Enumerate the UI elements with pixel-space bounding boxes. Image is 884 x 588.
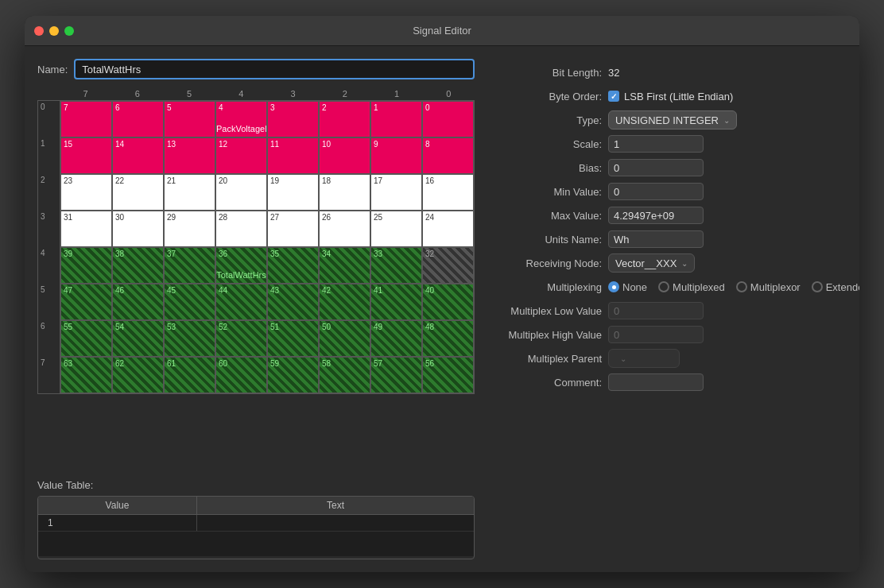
bit-cell[interactable]: 0 xyxy=(422,101,474,137)
units-input[interactable] xyxy=(608,230,704,248)
bit-cell[interactable]: 51 xyxy=(267,320,319,357)
radio-multiplexed[interactable]: Multiplexed xyxy=(658,281,725,293)
units-row: Units Name: xyxy=(490,230,859,249)
bias-input[interactable] xyxy=(608,159,704,176)
min-value-input[interactable] xyxy=(608,183,704,200)
bit-cell[interactable]: 23 xyxy=(60,174,112,211)
close-button[interactable] xyxy=(34,26,44,36)
maximize-button[interactable] xyxy=(64,26,74,36)
bit-cell[interactable]: 3 xyxy=(267,101,319,137)
bit-cell[interactable]: 35 xyxy=(267,247,319,284)
right-panel: Bit Length: 32 Byte Order: LSB First (Li… xyxy=(490,59,859,559)
bit-cell[interactable]: 1 xyxy=(370,101,422,137)
bit-cell[interactable]: 24 xyxy=(422,211,474,247)
bit-cell[interactable]: 2 xyxy=(319,101,370,137)
bit-cell[interactable]: 12 xyxy=(215,137,267,174)
bit-cell[interactable]: 60 xyxy=(215,357,267,393)
bit-cell[interactable]: 57 xyxy=(370,357,422,393)
vt-value-cell[interactable]: 1 xyxy=(38,515,197,531)
radio-multiplexor-circle[interactable] xyxy=(736,281,747,292)
scale-input[interactable] xyxy=(608,135,704,153)
radio-none[interactable]: None xyxy=(608,281,647,293)
bit-cell[interactable]: 44 xyxy=(215,284,267,320)
minimize-button[interactable] xyxy=(49,26,59,36)
byte-order-value: LSB First (Little Endian) xyxy=(624,91,733,103)
multiplex-high-row: Multiplex High Value xyxy=(490,325,859,344)
bit-cell[interactable]: 42 xyxy=(319,284,370,320)
bit-cell[interactable]: 40 xyxy=(422,284,474,320)
bit-cell[interactable]: 41 xyxy=(370,284,422,320)
bit-cell[interactable]: 4PackVoltageMax xyxy=(215,101,267,137)
bit-cell[interactable]: 59 xyxy=(267,357,319,393)
radio-extended-circle[interactable] xyxy=(812,281,823,292)
bit-cell[interactable]: 37 xyxy=(164,247,215,284)
radio-multiplexor[interactable]: Multiplexor xyxy=(736,281,801,293)
bit-cell[interactable]: 19 xyxy=(267,174,319,211)
units-label: Units Name: xyxy=(490,234,602,246)
bit-cell[interactable]: 36TotalWattHrs xyxy=(215,247,267,284)
vt-text-cell[interactable] xyxy=(197,515,474,531)
bit-cell[interactable]: 22 xyxy=(112,174,164,211)
bit-cell[interactable]: 46 xyxy=(112,284,164,320)
bit-cell[interactable]: 38 xyxy=(112,247,164,284)
bit-cell[interactable]: 31 xyxy=(60,211,112,247)
bit-cell[interactable]: 30 xyxy=(112,211,164,247)
bit-cell[interactable]: 54 xyxy=(112,320,164,357)
bit-cell[interactable]: 5 xyxy=(164,101,215,137)
bit-cell[interactable]: 39 xyxy=(60,247,112,284)
receiving-node-value: Vector__XXX xyxy=(615,257,677,269)
bit-cell[interactable]: 18 xyxy=(319,174,370,211)
bit-cell[interactable]: 8 xyxy=(422,137,474,174)
bit-cell[interactable]: 7 xyxy=(60,101,112,137)
bit-cell[interactable]: 63 xyxy=(60,357,112,393)
comment-input[interactable] xyxy=(608,373,704,391)
bit-cell[interactable]: 27 xyxy=(267,211,319,247)
bit-cell[interactable]: 11 xyxy=(267,137,319,174)
radio-extended[interactable]: Extended xyxy=(812,281,859,293)
max-value-row: Max Value: xyxy=(490,206,859,225)
bit-length-row: Bit Length: 32 xyxy=(490,63,859,82)
bit-cell[interactable]: 32 xyxy=(422,247,474,284)
bit-cell[interactable]: 15 xyxy=(60,137,112,174)
type-dropdown[interactable]: UNSIGNED INTEGER ⌄ xyxy=(608,110,737,130)
bit-cell[interactable]: 49 xyxy=(370,320,422,357)
window-title: Signal Editor xyxy=(413,25,471,37)
radio-none-circle[interactable] xyxy=(608,281,619,292)
bit-cell[interactable]: 53 xyxy=(164,320,215,357)
bit-cell[interactable]: 58 xyxy=(319,357,370,393)
bit-cell[interactable]: 26 xyxy=(319,211,370,247)
left-panel: Name: 7 6 5 4 3 2 1 0 0 xyxy=(37,59,475,559)
bit-cell[interactable]: 25 xyxy=(370,211,422,247)
bit-cell[interactable]: 56 xyxy=(422,357,474,393)
bit-cell[interactable]: 50 xyxy=(319,320,370,357)
bit-cell[interactable]: 16 xyxy=(422,174,474,211)
name-input[interactable] xyxy=(74,59,475,79)
bit-cell[interactable]: 14 xyxy=(112,137,164,174)
bit-cell[interactable]: 17 xyxy=(370,174,422,211)
bit-cell[interactable]: 43 xyxy=(267,284,319,320)
bit-cell[interactable]: 13 xyxy=(164,137,215,174)
bit-cell[interactable]: 29 xyxy=(164,211,215,247)
bit-cell[interactable]: 21 xyxy=(164,174,215,211)
row-label-0: 0 xyxy=(38,101,60,137)
bit-cell[interactable]: 34 xyxy=(319,247,370,284)
bit-cell[interactable]: 45 xyxy=(164,284,215,320)
bit-cell[interactable]: 28 xyxy=(215,211,267,247)
bit-cell[interactable]: 52 xyxy=(215,320,267,357)
radio-multiplexed-circle[interactable] xyxy=(658,281,669,292)
bit-cell[interactable]: 33 xyxy=(370,247,422,284)
receiving-node-dropdown[interactable]: Vector__XXX ⌄ xyxy=(608,253,695,273)
bit-cell[interactable]: 6 xyxy=(112,101,164,137)
vt-row[interactable]: 1 xyxy=(38,515,474,532)
bit-cell[interactable]: 10 xyxy=(319,137,370,174)
bit-cell[interactable]: 48 xyxy=(422,320,474,357)
bit-cell[interactable]: 47 xyxy=(60,284,112,320)
byte-order-checkbox[interactable] xyxy=(608,91,619,102)
max-value-input[interactable] xyxy=(608,207,704,224)
bit-cell[interactable]: 20 xyxy=(215,174,267,211)
bit-cell[interactable]: 61 xyxy=(164,357,215,393)
bit-cell[interactable]: 55 xyxy=(60,320,112,357)
bias-label: Bias: xyxy=(490,162,602,174)
bit-cell[interactable]: 62 xyxy=(112,357,164,393)
bit-cell[interactable]: 9 xyxy=(370,137,422,174)
